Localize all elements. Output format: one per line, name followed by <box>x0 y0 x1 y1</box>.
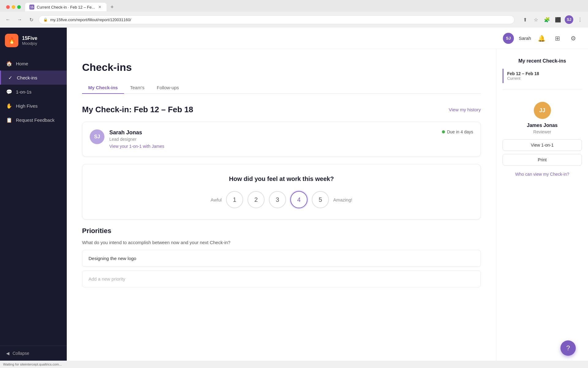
status-text: Waiting for siteintercept.qualtrics.com.… <box>3 362 62 366</box>
header-username: Sarah <box>519 36 531 41</box>
section-header: My Check-in: Feb 12 – Feb 18 View my his… <box>82 105 481 114</box>
notification-icon[interactable]: 🔔 <box>536 33 547 44</box>
user-info: SJ Sarah Jonas Lead designer View your 1… <box>90 129 473 149</box>
view-1on1-button[interactable]: View 1-on-1 <box>503 139 582 151</box>
user-name: Sarah Jonas <box>109 129 437 136</box>
brand-name: 15Five <box>22 36 37 41</box>
scale-button-5[interactable]: 5 <box>312 191 329 208</box>
window-maximize-button[interactable] <box>17 5 21 9</box>
new-tab-button[interactable]: + <box>108 3 116 11</box>
scale-button-3[interactable]: 3 <box>269 191 286 208</box>
sidebar-item-requestfeedback-label: Request Feedback <box>16 117 55 123</box>
sidebar-item-highfives-label: High Fives <box>16 103 38 109</box>
tabs: My Check-ins Team's Follow-ups <box>82 82 481 94</box>
brand-area: 🔥 15Five Moodjoy <box>0 28 67 53</box>
help-button[interactable]: ? <box>560 340 576 356</box>
refresh-button[interactable]: ↻ <box>27 15 36 24</box>
tab-my-checkins[interactable]: My Check-ins <box>82 82 124 94</box>
sidebar-item-home-label: Home <box>16 61 28 66</box>
browser-address-bar: ← → ↻ 🔒 my.15five.com/report/fillout/rep… <box>0 12 588 28</box>
feeling-card: How did you feel at work this week? Awfu… <box>82 164 481 220</box>
reviewer-avatar: JJ <box>534 102 551 119</box>
right-sidebar: My recent Check-ins Feb 12 – Feb 18 Curr… <box>496 49 588 361</box>
recent-checkins-section: My recent Check-ins Feb 12 – Feb 18 Curr… <box>503 58 582 83</box>
back-button[interactable]: ← <box>4 15 12 24</box>
scale-max-label: Amazing! <box>333 197 352 202</box>
window-controls <box>3 5 24 9</box>
sidebar-item-1on1s-label: 1-on-1s <box>16 89 32 94</box>
feeling-question: How did you feel at work this week? <box>90 175 473 182</box>
forward-button[interactable]: → <box>15 15 24 24</box>
print-button[interactable]: Print <box>503 154 582 166</box>
feeling-scale: Awful 1 2 3 4 5 Amazing! <box>90 191 473 208</box>
priorities-title: Priorities <box>82 227 481 235</box>
lock-icon: 🔒 <box>43 17 48 22</box>
recent-checkin-status: Current <box>507 76 578 81</box>
1on1s-icon: 💬 <box>6 89 12 95</box>
view-history-link[interactable]: View my history <box>449 107 481 112</box>
settings-icon[interactable]: ⚙ <box>568 33 579 44</box>
address-bar[interactable]: 🔒 my.15five.com/report/fillout/report/12… <box>39 15 514 24</box>
recent-checkin-date: Feb 12 – Feb 18 <box>507 71 578 76</box>
bookmark-icon[interactable]: ☆ <box>532 15 540 24</box>
reviewer-name: James Jonas <box>503 123 582 128</box>
top-header: SJ Sarah 🔔 ⊞ ⚙ <box>67 28 588 49</box>
main-content: Check-ins My Check-ins Team's Follow-ups… <box>67 49 496 361</box>
tab-close-icon[interactable]: ✕ <box>97 5 102 10</box>
sidebar-item-checkins[interactable]: ✓ Check-ins <box>0 71 67 85</box>
browser-menu-icon[interactable]: ⋮ <box>576 15 584 24</box>
sidebar-nav: 🏠 Home ✓ Check-ins 💬 1-on-1s ✋ High Five… <box>0 53 67 346</box>
sidebar-item-highfives[interactable]: ✋ High Fives <box>0 99 67 113</box>
home-icon: 🏠 <box>6 60 12 67</box>
user-details: Sarah Jonas Lead designer View your 1-on… <box>109 129 437 149</box>
grid-icon[interactable]: ⊞ <box>552 33 563 44</box>
section-title: My Check-in: Feb 12 – Feb 18 <box>82 105 193 114</box>
view-1on1-link[interactable]: View your 1-on-1 with James <box>109 144 164 149</box>
who-can-view-link[interactable]: Who can view my Check-in? <box>503 172 582 177</box>
highfives-icon: ✋ <box>6 103 12 109</box>
share-icon[interactable]: ⬆ <box>521 15 529 24</box>
tab-favicon-icon: 15 <box>29 5 34 10</box>
collapse-icon: ◀ <box>6 351 9 356</box>
window-minimize-button[interactable] <box>12 5 15 9</box>
status-bar: Waiting for siteintercept.qualtrics.com.… <box>0 361 588 368</box>
checkins-icon: ✓ <box>7 75 13 81</box>
extensions-icon[interactable]: 🧩 <box>543 15 551 24</box>
priorities-section: Priorities What do you intend to accompl… <box>82 227 481 287</box>
list-item[interactable]: Designing the new logo <box>82 250 481 267</box>
sidebar-item-checkins-label: Check-ins <box>17 75 37 80</box>
browser-tab-active[interactable]: 15 Current Check-in · Feb 12 – Fe... ✕ <box>25 3 107 11</box>
sidebar-browser-icon[interactable]: ⬛ <box>554 15 562 24</box>
brand-text: 15Five Moodjoy <box>22 36 37 46</box>
tab-label: Current Check-in · Feb 12 – Fe... <box>37 5 95 10</box>
window-close-button[interactable] <box>6 5 10 9</box>
tab-teams[interactable]: Team's <box>124 82 151 94</box>
scale-button-1[interactable]: 1 <box>226 191 243 208</box>
sidebar-item-requestfeedback[interactable]: 📋 Request Feedback <box>0 113 67 127</box>
main-area: SJ Sarah 🔔 ⊞ ⚙ Check-ins My Check-ins Te… <box>67 28 588 361</box>
browser-chrome: 15 Current Check-in · Feb 12 – Fe... ✕ +… <box>0 0 588 28</box>
tab-followups[interactable]: Follow-ups <box>151 82 185 94</box>
content-area: Check-ins My Check-ins Team's Follow-ups… <box>67 49 588 361</box>
priorities-question: What do you intend to accomplish between… <box>82 240 481 245</box>
add-priority-button[interactable]: Add a new priority <box>82 270 481 287</box>
browser-profile-avatar[interactable]: SJ <box>565 15 573 24</box>
user-card: SJ Sarah Jonas Lead designer View your 1… <box>82 122 481 157</box>
user-role: Lead designer <box>109 137 437 142</box>
scale-button-4[interactable]: 4 <box>290 191 307 208</box>
sidebar: 🔥 15Five Moodjoy 🏠 Home ✓ Check-ins 💬 1-… <box>0 28 67 361</box>
sidebar-item-1on1s[interactable]: 💬 1-on-1s <box>0 85 67 99</box>
header-avatar: SJ <box>503 33 514 44</box>
reviewer-role: Reviewer <box>503 129 582 134</box>
collapse-label: Collapse <box>13 351 29 356</box>
recent-checkins-title: My recent Check-ins <box>503 58 582 64</box>
brand-logo-icon: 🔥 <box>5 34 18 47</box>
scale-min-label: Awful <box>211 197 222 202</box>
sidebar-collapse-button[interactable]: ◀ Collapse <box>0 346 67 361</box>
sidebar-item-home[interactable]: 🏠 Home <box>0 56 67 71</box>
scale-button-2[interactable]: 2 <box>247 191 265 208</box>
list-item: Feb 12 – Feb 18 Current <box>503 69 582 83</box>
page-title: Check-ins <box>82 61 481 73</box>
user-avatar: SJ <box>90 129 104 144</box>
requestfeedback-icon: 📋 <box>6 117 12 123</box>
